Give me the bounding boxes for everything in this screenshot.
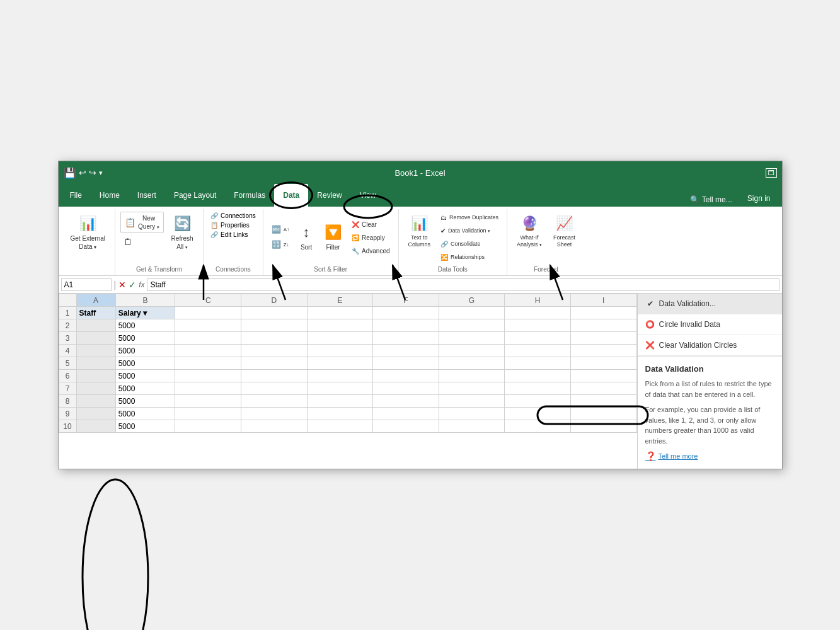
new-query-button[interactable]: 📋 NewQuery ▾ [120,212,164,233]
col-header-i[interactable]: I [570,294,636,307]
tell-me-search[interactable]: 🔍 Tell me... [684,193,739,207]
tab-view[interactable]: View [351,184,385,207]
cell-a6[interactable] [76,370,115,382]
tab-page-layout[interactable]: Page Layout [165,184,225,207]
col-header-h[interactable]: H [505,294,571,307]
cell-col0-row9[interactable] [175,408,241,420]
clear-validation-menu-item[interactable]: ❌ Clear Validation Circles [638,335,782,356]
formula-confirm[interactable]: ✓ [129,280,136,290]
cell-col1-row3[interactable] [241,332,308,345]
data-validation-ribbon-button[interactable]: ✔ Data Validation ▾ [437,225,502,237]
cell-col4-row3[interactable] [439,332,505,345]
reapply-button[interactable]: 🔁 Reapply [348,232,393,244]
cell-b7[interactable]: 5000 [115,382,175,395]
properties-button[interactable]: 📋 Properties [209,221,258,229]
cell-col0-row2[interactable] [175,319,241,332]
cell-col2-row5[interactable] [307,357,373,370]
data-validation-menu-item[interactable]: ✔ Data Validation... [638,294,782,314]
sort-button[interactable]: ↕ Sort [295,220,318,255]
cell-col6-row1[interactable] [570,307,636,319]
cell-col4-row5[interactable] [439,357,505,370]
cell-col4-row1[interactable] [439,307,505,319]
undo-icon[interactable]: ↩ [79,168,86,178]
circle-invalid-menu-item[interactable]: ⭕ Circle Invalid Data [638,314,782,335]
tab-insert[interactable]: Insert [129,184,165,207]
cell-col4-row4[interactable] [439,345,505,357]
connections-button[interactable]: 🔗 Connections [209,212,258,220]
cell-col0-row10[interactable] [175,420,241,433]
cell-b4[interactable]: 5000 [115,345,175,357]
cell-col0-row4[interactable] [175,345,241,357]
cell-col6-row4[interactable] [570,345,636,357]
cell-col1-row2[interactable] [241,319,308,332]
col-header-b[interactable]: B [115,294,175,307]
save-icon[interactable]: 💾 [64,167,76,179]
advanced-button[interactable]: 🔧 Advanced [348,245,393,257]
col-header-e[interactable]: E [307,294,373,307]
cell-col5-row6[interactable] [505,370,571,382]
relationships-button[interactable]: 🔀 Relationships [437,251,502,263]
cell-col0-row5[interactable] [175,357,241,370]
cell-col4-row9[interactable] [439,408,505,420]
col-header-d[interactable]: D [241,294,308,307]
sort-asc-button[interactable]: 🔤 A↑ [268,223,292,237]
cell-col5-row9[interactable] [505,408,571,420]
cell-col4-row2[interactable] [439,319,505,332]
cell-col5-row4[interactable] [505,345,571,357]
cell-col1-row10[interactable] [241,420,308,433]
cell-col3-row4[interactable] [373,345,439,357]
cell-col5-row2[interactable] [505,319,571,332]
edit-links-button[interactable]: 🔗 Edit Links [209,231,258,239]
customize-icon[interactable]: ▾ [99,169,103,177]
cell-b3[interactable]: 5000 [115,332,175,345]
tab-formulas[interactable]: Formulas [225,184,274,207]
col-header-g[interactable]: G [439,294,505,307]
cell-b9[interactable]: 5000 [115,408,175,420]
cell-b6[interactable]: 5000 [115,370,175,382]
cell-b10[interactable]: 5000 [115,420,175,433]
cell-col2-row4[interactable] [307,345,373,357]
cell-col5-row7[interactable] [505,382,571,395]
cell-col1-row5[interactable] [241,357,308,370]
formula-fx[interactable]: fx [139,280,144,289]
formula-input[interactable] [147,278,779,291]
cell-b1[interactable]: Salary ▾ [115,307,175,319]
cell-col5-row1[interactable] [505,307,571,319]
cell-col3-row3[interactable] [373,332,439,345]
cell-col0-row1[interactable] [175,307,241,319]
tab-review[interactable]: Review [308,184,350,207]
col-header-f[interactable]: F [373,294,439,307]
what-if-button[interactable]: 🔮 What-IfAnalysis ▾ [512,212,546,252]
tab-home[interactable]: Home [91,184,129,207]
formula-cancel[interactable]: ✕ [118,280,126,290]
cell-col6-row9[interactable] [570,408,636,420]
cell-col5-row5[interactable] [505,357,571,370]
clear-button[interactable]: ❌ Clear [348,219,393,231]
cell-col1-row4[interactable] [241,345,308,357]
cell-col2-row10[interactable] [307,420,373,433]
refresh-all-button[interactable]: 🔄 RefreshAll ▾ [166,212,198,254]
cell-col4-row10[interactable] [439,420,505,433]
cell-col1-row1[interactable] [241,307,308,319]
cell-col3-row2[interactable] [373,319,439,332]
cell-a2[interactable] [76,319,115,332]
cell-col1-row7[interactable] [241,382,308,395]
redo-icon[interactable]: ↪ [89,168,96,178]
cell-col0-row6[interactable] [175,370,241,382]
cell-col6-row8[interactable] [570,395,636,408]
cell-col4-row7[interactable] [439,382,505,395]
cell-col2-row3[interactable] [307,332,373,345]
cell-col6-row6[interactable] [570,370,636,382]
cell-col6-row7[interactable] [570,382,636,395]
cell-a1[interactable]: Staff [76,307,115,319]
restore-icon[interactable]: 🗖 [766,168,777,178]
cell-col6-row10[interactable] [570,420,636,433]
cell-col3-row9[interactable] [373,408,439,420]
cell-a7[interactable] [76,382,115,395]
cell-col1-row9[interactable] [241,408,308,420]
cell-b5[interactable]: 5000 [115,357,175,370]
cell-a4[interactable] [76,345,115,357]
cell-col3-row6[interactable] [373,370,439,382]
cell-a9[interactable] [76,408,115,420]
cell-col4-row6[interactable] [439,370,505,382]
